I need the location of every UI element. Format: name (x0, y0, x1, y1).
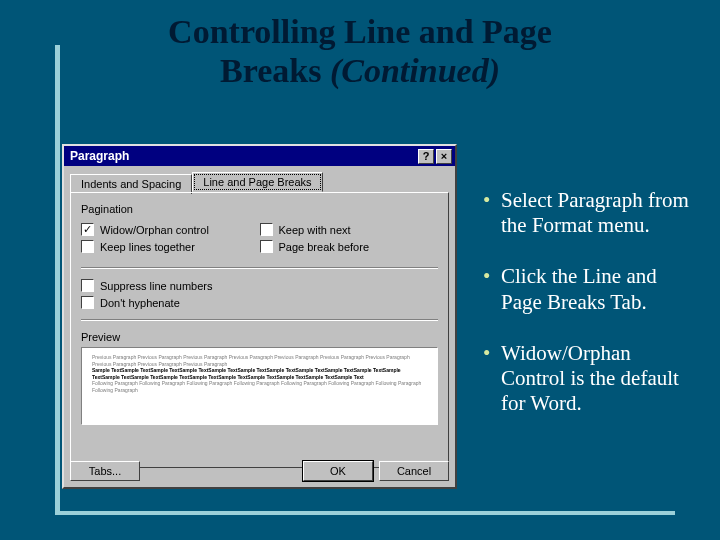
preview-prev-text: Previous Paragraph Previous Paragraph Pr… (92, 354, 427, 367)
tab-panel: Pagination ✓ Widow/Orphan control Keep l… (70, 192, 449, 468)
slide-bullets: Select Paragraph from the Format menu. C… (483, 188, 695, 442)
pagination-label: Pagination (81, 203, 438, 215)
checkbox-label: Page break before (279, 241, 370, 253)
checkbox-suppress-line-numbers[interactable]: Suppress line numbers (81, 279, 438, 292)
title-line-1: Controlling Line and Page (168, 13, 552, 50)
title-line-2b: (Continued) (330, 52, 500, 89)
check-icon: ✓ (81, 223, 94, 236)
preview-sample-text: Sample TextSample TextSample TextSample … (92, 367, 427, 380)
checkbox-label: Don't hyphenate (100, 297, 180, 309)
bullet-3: Widow/Orphan Control is the default for … (483, 341, 695, 417)
close-button[interactable]: × (436, 149, 452, 164)
dialog-title: Paragraph (67, 149, 416, 163)
tab-indents-spacing[interactable]: Indents and Spacing (70, 174, 192, 194)
divider (81, 267, 438, 269)
accent-vline (55, 45, 60, 515)
checkbox-label: Widow/Orphan control (100, 224, 209, 236)
bullet-1: Select Paragraph from the Format menu. (483, 188, 695, 238)
dialog-button-row: Tabs... OK Cancel (70, 461, 449, 481)
preview-follow-text: Following Paragraph Following Paragraph … (92, 380, 427, 393)
unchecked-icon (260, 240, 273, 253)
cancel-button[interactable]: Cancel (379, 461, 449, 481)
checkbox-dont-hyphenate[interactable]: Don't hyphenate (81, 296, 438, 309)
checkbox-page-break-before[interactable]: Page break before (260, 240, 439, 253)
slide-title: Controlling Line and Page Breaks (Contin… (0, 0, 720, 90)
tab-line-page-breaks[interactable]: Line and Page Breaks (192, 172, 322, 192)
dialog-titlebar: Paragraph ? × (64, 146, 455, 166)
paragraph-dialog: Paragraph ? × Indents and Spacing Line a… (62, 144, 457, 489)
preview-label: Preview (81, 331, 438, 343)
divider (81, 319, 438, 321)
unchecked-icon (81, 240, 94, 253)
checkbox-label: Keep lines together (100, 241, 195, 253)
tab-strip: Indents and Spacing Line and Page Breaks (70, 172, 449, 192)
tabs-button[interactable]: Tabs... (70, 461, 140, 481)
checkbox-label: Suppress line numbers (100, 280, 213, 292)
title-line-2a: Breaks (220, 52, 330, 89)
help-button[interactable]: ? (418, 149, 434, 164)
accent-hline (55, 511, 675, 515)
checkbox-widow-orphan[interactable]: ✓ Widow/Orphan control (81, 223, 260, 236)
checkbox-keep-with-next[interactable]: Keep with next (260, 223, 439, 236)
unchecked-icon (81, 279, 94, 292)
unchecked-icon (260, 223, 273, 236)
ok-button[interactable]: OK (303, 461, 373, 481)
preview-pane: Previous Paragraph Previous Paragraph Pr… (81, 347, 438, 425)
bullet-2: Click the Line and Page Breaks Tab. (483, 264, 695, 314)
checkbox-label: Keep with next (279, 224, 351, 236)
unchecked-icon (81, 296, 94, 309)
checkbox-keep-lines[interactable]: Keep lines together (81, 240, 260, 253)
